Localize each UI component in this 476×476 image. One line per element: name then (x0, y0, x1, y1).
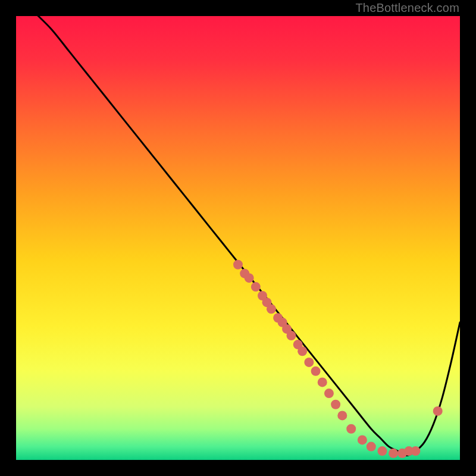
data-point (324, 389, 334, 398)
data-point (389, 449, 398, 458)
data-point (411, 446, 420, 456)
data-point (267, 304, 276, 314)
plot-area (16, 16, 460, 460)
data-point (367, 442, 376, 452)
data-point (311, 367, 321, 376)
plot-svg (16, 16, 460, 460)
data-point (337, 411, 347, 420)
data-point (298, 346, 307, 356)
data-point (346, 424, 356, 434)
data-point (304, 358, 314, 367)
data-point (287, 331, 296, 340)
chart-stage: TheBottleneck.com (0, 0, 476, 476)
plot-background (16, 16, 460, 460)
data-point (251, 282, 261, 292)
data-point (377, 446, 387, 456)
data-point (433, 406, 443, 416)
data-point (331, 400, 340, 409)
watermark-text: TheBottleneck.com (355, 1, 459, 15)
data-point (233, 260, 243, 270)
data-point (358, 435, 367, 444)
data-point (318, 377, 327, 387)
data-point (245, 273, 254, 283)
